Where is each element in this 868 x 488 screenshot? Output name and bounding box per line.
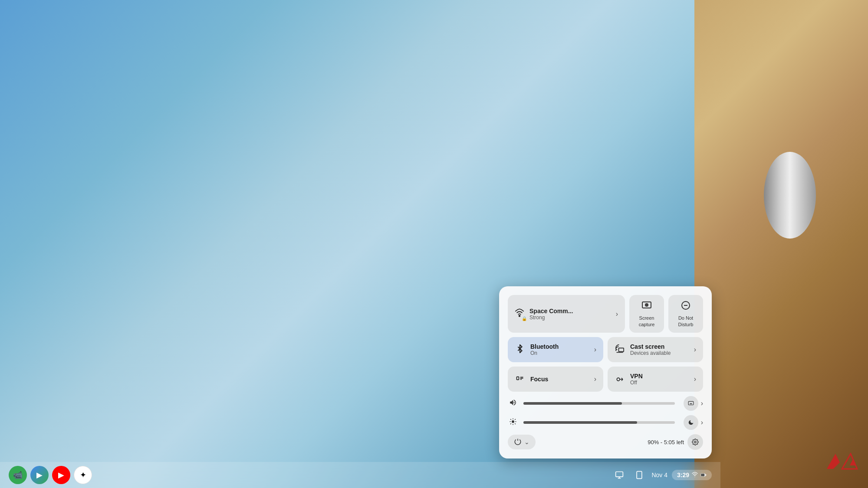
focus-title: Focus — [530, 376, 589, 383]
cast-screen-title: Cast screen — [630, 343, 689, 350]
svg-line-22 — [510, 419, 511, 420]
taskbar-time-area[interactable]: 3:29 — [672, 470, 712, 480]
focus-arrow-icon: › — [594, 375, 596, 383]
screen-capture-tile[interactable]: Screen capture — [629, 295, 664, 333]
right-surface — [694, 0, 868, 488]
bluetooth-icon — [515, 344, 525, 355]
wifi-name: Space Comm... — [529, 308, 611, 314]
svg-marker-37 — [827, 454, 840, 469]
brightness-icon — [508, 418, 518, 428]
wifi-status: Strong — [529, 314, 611, 321]
qs-bottom-row: ⌄ 90% - 5:05 left — [508, 434, 703, 450]
svg-line-27 — [515, 419, 516, 420]
svg-rect-6 — [619, 348, 624, 351]
bluetooth-title: Bluetooth — [530, 343, 589, 350]
focus-icon — [515, 374, 525, 385]
svg-rect-8 — [517, 377, 519, 380]
bluetooth-arrow-icon: › — [594, 346, 596, 354]
svg-line-23 — [515, 423, 516, 424]
focus-text: Focus — [530, 376, 589, 383]
cast-screen-subtitle: Devices available — [630, 350, 689, 356]
bluetooth-text: Bluetooth On — [530, 343, 589, 356]
power-icon — [514, 438, 522, 446]
volume-slider-right: › — [684, 396, 703, 411]
volume-slider-track[interactable] — [523, 402, 675, 405]
bluetooth-tile[interactable]: Bluetooth On › — [508, 337, 603, 362]
av-logo — [825, 447, 859, 475]
taskbar-wifi-icon — [692, 472, 698, 478]
taskbar-right: Nov 4 3:29 — [612, 467, 716, 483]
svg-line-26 — [510, 423, 511, 424]
wifi-text: Space Comm... Strong — [529, 308, 611, 321]
battery-text: 90% - 5:05 left — [648, 439, 684, 445]
taskbar: 📹 ▶ ▶ ✦ Nov 4 3:29 — [0, 462, 720, 488]
brightness-slider-right: › — [684, 415, 703, 430]
cast-screen-tile[interactable]: Cast screen Devices available › — [608, 337, 703, 362]
taskbar-app-youtube[interactable]: ▶ — [52, 466, 70, 484]
cast-screen-icon — [615, 344, 625, 355]
taskbar-battery-icon — [700, 472, 707, 478]
svg-point-19 — [512, 420, 514, 423]
power-button[interactable]: ⌄ — [508, 435, 536, 449]
taskbar-app-meet[interactable]: 📹 — [9, 466, 27, 484]
qs-focus-vpn-row: Focus › VPN Off › — [508, 367, 703, 392]
svg-rect-35 — [701, 474, 704, 476]
brightness-expand-icon[interactable]: › — [701, 419, 703, 426]
sliders-section: › — [508, 396, 703, 430]
brightness-slider-row: › — [508, 415, 703, 430]
svg-marker-38 — [842, 454, 857, 469]
svg-rect-29 — [616, 472, 623, 477]
taskbar-app-pinwheel[interactable]: ✦ — [74, 466, 92, 484]
svg-rect-32 — [637, 472, 642, 479]
volume-expand-icon[interactable]: › — [701, 400, 703, 407]
metal-cylinder — [764, 152, 816, 239]
vpn-title: VPN — [630, 373, 689, 380]
keyboard-brightness-btn[interactable] — [684, 396, 698, 411]
cast-screen-arrow-icon: › — [694, 346, 696, 354]
do-not-disturb-label: Do Not Disturb — [678, 315, 694, 328]
do-not-disturb-icon — [681, 300, 691, 313]
vpn-icon — [615, 374, 625, 385]
svg-point-28 — [694, 441, 696, 443]
brightness-slider-fill — [523, 421, 637, 424]
screen-capture-label: Screen capture — [639, 315, 655, 328]
volume-icon — [508, 399, 518, 409]
svg-rect-13 — [688, 401, 694, 405]
taskbar-time: 3:29 — [677, 472, 689, 478]
bluetooth-subtitle: On — [530, 350, 589, 356]
volume-slider-row: › — [508, 396, 703, 411]
qs-mid-row: Bluetooth On › Cast screen Devices avail… — [508, 337, 703, 362]
svg-rect-36 — [705, 475, 706, 475]
do-not-disturb-tile[interactable]: Do Not Disturb — [668, 295, 703, 333]
qs-top-row: 🔒 Space Comm... Strong › Screen capture — [508, 295, 703, 333]
battery-settings-button[interactable] — [687, 434, 703, 450]
cast-screen-text: Cast screen Devices available — [630, 343, 689, 356]
wifi-icon: 🔒 — [515, 308, 524, 320]
taskbar-screenshot-btn[interactable] — [612, 467, 627, 483]
vpn-subtitle: Off — [630, 380, 689, 386]
wifi-tile[interactable]: 🔒 Space Comm... Strong › — [508, 295, 625, 333]
battery-info: 90% - 5:05 left — [648, 434, 703, 450]
vpn-arrow-icon: › — [694, 375, 696, 383]
svg-point-12 — [617, 378, 620, 381]
vpn-tile[interactable]: VPN Off › — [608, 367, 703, 392]
wifi-arrow-icon: › — [616, 310, 618, 318]
quick-settings-panel: 🔒 Space Comm... Strong › Screen capture — [499, 286, 712, 459]
svg-point-0 — [519, 315, 520, 317]
svg-point-3 — [646, 305, 647, 305]
volume-slider-fill — [523, 402, 622, 405]
taskbar-apps: 📹 ▶ ▶ ✦ — [4, 466, 92, 484]
vpn-text: VPN Off — [630, 373, 689, 386]
screen-capture-icon — [641, 300, 652, 313]
night-light-btn[interactable] — [684, 415, 698, 430]
power-chevron-icon: ⌄ — [524, 439, 529, 445]
brightness-slider-track[interactable] — [523, 421, 675, 424]
taskbar-app-play[interactable]: ▶ — [30, 466, 49, 484]
taskbar-phone-btn[interactable] — [631, 467, 647, 483]
focus-tile[interactable]: Focus › — [508, 367, 603, 392]
taskbar-date: Nov 4 — [651, 472, 667, 478]
